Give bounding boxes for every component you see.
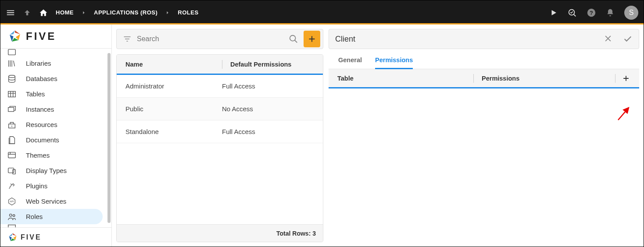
sidebar-item-label: Instances [26,106,54,113]
sidebar-item-plugins[interactable]: Plugins [0,178,111,194]
sidebar: FIVE Libraries Databases Tables Instance… [0,25,112,247]
code-icon [7,49,17,56]
avatar-letter: S [629,9,634,17]
sidebar-item-documents[interactable]: Documents [0,132,111,148]
plugin-icon [7,181,17,191]
sidebar-item-label: Themes [26,152,50,159]
books-icon [7,58,17,69]
topbar-right: ? S [550,6,638,20]
sidebar-item-resources[interactable]: Resources [0,117,111,132]
svg-point-13 [13,214,15,216]
cell-perm: No Access [222,105,314,113]
check-icon[interactable] [623,34,633,44]
table-row[interactable]: Standalone Full Access [117,120,323,143]
breadcrumb-roles[interactable]: ROLES [178,9,198,16]
breadcrumb-home[interactable]: HOME [56,9,74,16]
sidebar-item-label: Documents [26,136,59,144]
brand-name-footer: FIVE [21,233,42,241]
table-body: Administrator Full Access Public No Acce… [117,75,323,143]
cell-perm: Full Access [222,128,314,135]
table-header: Name Default Permissions [117,55,323,75]
partial-icon [7,224,17,227]
avatar[interactable]: S [624,6,638,20]
api-icon: API [7,196,17,207]
sidebar-footer[interactable]: FIVE [0,227,111,247]
permissions-table-header: Table Permissions [329,69,639,88]
bell-icon[interactable] [606,8,615,17]
table-row[interactable]: Administrator Full Access [117,75,323,98]
roles-icon [7,212,17,222]
svg-text:API: API [10,200,14,203]
search-icon[interactable] [289,34,298,44]
add-permission-button[interactable] [622,74,630,83]
hamburger-icon[interactable] [6,8,15,18]
sidebar-item-partial-top[interactable] [0,49,111,56]
zoom-icon[interactable] [567,8,577,18]
help-icon[interactable]: ? [587,8,596,18]
up-arrow-icon[interactable] [23,9,31,17]
footer-count: 3 [312,230,316,237]
cell-name: Standalone [125,128,222,135]
breadcrumb-applications[interactable]: APPLICATIONS (ROS) [94,9,157,16]
column-separator [473,74,474,83]
sidebar-item-libraries[interactable]: Libraries [0,56,111,71]
table-icon [7,89,17,99]
close-icon[interactable] [604,34,612,44]
cell-name: Public [125,105,222,113]
instances-icon [7,104,17,115]
column-name[interactable]: Name [125,61,222,68]
display-icon [7,166,17,176]
footer-label: Total Rows: [276,230,311,237]
sidebar-item-instances[interactable]: Instances [0,102,111,117]
svg-rect-3 [8,49,16,55]
tab-permissions[interactable]: Permissions [375,51,413,69]
sidebar-item-label: Databases [26,75,57,82]
column-table[interactable]: Table [337,75,473,82]
documents-icon [7,135,17,145]
sidebar-item-label: Libraries [26,60,51,67]
main: FIVE Libraries Databases Tables Instance… [0,25,644,247]
play-icon[interactable] [550,9,558,17]
brand-name: FIVE [26,30,56,42]
sidebar-item-display-types[interactable]: Display Types [0,163,111,178]
search-bar [116,29,323,49]
detail-header: Client [329,29,639,49]
topbar-left: HOME APPLICATIONS (ROS) ROLES [6,8,199,18]
svg-point-12 [10,214,12,216]
themes-icon [7,150,17,161]
table-row[interactable]: Public No Access [117,98,323,120]
svg-rect-5 [8,91,16,97]
column-permissions[interactable]: Permissions [482,75,609,82]
svg-rect-6 [8,107,14,111]
svg-rect-9 [8,168,14,173]
cell-perm: Full Access [222,82,314,90]
brand-logo[interactable]: FIVE [0,25,111,49]
home-icon[interactable] [39,8,48,17]
table-footer: Total Rows: 3 [117,224,323,242]
sidebar-item-tables[interactable]: Tables [0,86,111,102]
search-input[interactable] [137,35,283,43]
detail-title: Client [335,35,355,44]
cell-name: Administrator [125,82,222,90]
resources-icon [7,120,17,130]
svg-text:?: ? [590,9,593,16]
tab-general[interactable]: General [338,51,362,69]
column-separator [615,74,615,83]
sidebar-item-label: Plugins [26,182,47,190]
sidebar-item-databases[interactable]: Databases [0,71,111,86]
chevron-right-icon [82,11,86,15]
filter-icon[interactable] [123,35,132,43]
sidebar-item-label: Web Services [26,198,66,205]
chevron-right-icon [165,11,170,15]
column-separator [222,60,222,69]
sidebar-item-themes[interactable]: Themes [0,148,111,163]
column-default-permissions[interactable]: Default Permissions [230,61,314,68]
sidebar-item-roles[interactable]: Roles [0,209,103,224]
add-button[interactable] [304,31,320,47]
tabs: General Permissions [329,51,639,69]
detail-header-actions [604,34,633,44]
sidebar-item-partial-bottom[interactable] [0,224,111,227]
svg-rect-14 [8,225,16,227]
sidebar-item-web-services[interactable]: API Web Services [0,194,111,209]
list-panel: Name Default Permissions Administrator F… [112,25,326,247]
